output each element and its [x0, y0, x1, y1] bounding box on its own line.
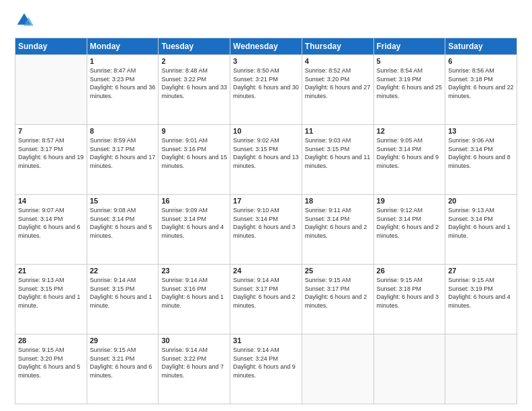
day-cell: 31Sunrise: 9:14 AMSunset: 3:24 PMDayligh…	[230, 334, 302, 404]
day-info: Sunrise: 9:10 AMSunset: 3:14 PMDaylight:…	[233, 206, 299, 240]
day-number: 15	[90, 197, 156, 205]
day-cell: 25Sunrise: 9:15 AMSunset: 3:17 PMDayligh…	[302, 265, 373, 334]
day-cell: 20Sunrise: 9:13 AMSunset: 3:14 PMDayligh…	[445, 195, 517, 265]
day-cell: 30Sunrise: 9:14 AMSunset: 3:22 PMDayligh…	[159, 334, 230, 404]
day-info: Sunrise: 9:15 AMSunset: 3:17 PMDaylight:…	[305, 276, 371, 310]
week-row-1: 7Sunrise: 8:57 AMSunset: 3:17 PMDaylight…	[15, 125, 517, 195]
day-number: 7	[18, 127, 84, 135]
day-number: 20	[448, 197, 514, 205]
day-number: 28	[18, 336, 84, 345]
day-number: 24	[233, 267, 299, 275]
day-number: 5	[377, 57, 443, 65]
week-row-4: 28Sunrise: 9:15 AMSunset: 3:20 PMDayligh…	[15, 334, 517, 404]
day-info: Sunrise: 9:06 AMSunset: 3:14 PMDaylight:…	[448, 136, 514, 170]
day-number: 19	[377, 197, 443, 205]
day-header-thursday: Thursday	[302, 38, 373, 55]
day-header-wednesday: Wednesday	[230, 38, 302, 55]
day-info: Sunrise: 8:59 AMSunset: 3:17 PMDaylight:…	[90, 136, 156, 170]
day-info: Sunrise: 9:12 AMSunset: 3:14 PMDaylight:…	[377, 206, 443, 240]
day-cell: 5Sunrise: 8:54 AMSunset: 3:19 PMDaylight…	[373, 55, 445, 125]
day-number: 22	[90, 267, 156, 275]
day-number: 4	[305, 57, 371, 65]
day-info: Sunrise: 9:14 AMSunset: 3:17 PMDaylight:…	[233, 276, 299, 310]
day-cell: 8Sunrise: 8:59 AMSunset: 3:17 PMDaylight…	[87, 125, 159, 195]
day-cell: 9Sunrise: 9:01 AMSunset: 3:16 PMDaylight…	[159, 125, 230, 195]
day-info: Sunrise: 8:57 AMSunset: 3:17 PMDaylight:…	[18, 136, 84, 170]
calendar-table: SundayMondayTuesdayWednesdayThursdayFrid…	[15, 38, 517, 404]
day-cell: 27Sunrise: 9:15 AMSunset: 3:19 PMDayligh…	[445, 265, 517, 334]
day-header-tuesday: Tuesday	[159, 38, 230, 55]
week-row-2: 14Sunrise: 9:07 AMSunset: 3:14 PMDayligh…	[15, 195, 517, 265]
day-number: 12	[377, 127, 443, 135]
day-info: Sunrise: 8:48 AMSunset: 3:22 PMDaylight:…	[161, 66, 227, 100]
day-number: 1	[90, 57, 156, 65]
day-cell: 2Sunrise: 8:48 AMSunset: 3:22 PMDaylight…	[159, 55, 230, 125]
day-cell: 13Sunrise: 9:06 AMSunset: 3:14 PMDayligh…	[445, 125, 517, 195]
day-info: Sunrise: 9:14 AMSunset: 3:24 PMDaylight:…	[233, 346, 299, 379]
day-cell: 18Sunrise: 9:11 AMSunset: 3:14 PMDayligh…	[302, 195, 373, 265]
day-cell: 16Sunrise: 9:09 AMSunset: 3:14 PMDayligh…	[159, 195, 230, 265]
day-cell: 7Sunrise: 8:57 AMSunset: 3:17 PMDaylight…	[15, 125, 87, 195]
day-info: Sunrise: 9:15 AMSunset: 3:19 PMDaylight:…	[448, 276, 514, 310]
day-number: 2	[161, 57, 227, 65]
day-info: Sunrise: 9:03 AMSunset: 3:15 PMDaylight:…	[305, 136, 371, 170]
page: SundayMondayTuesdayWednesdayThursdayFrid…	[0, 0, 532, 411]
day-info: Sunrise: 8:52 AMSunset: 3:20 PMDaylight:…	[305, 66, 371, 100]
day-cell: 23Sunrise: 9:14 AMSunset: 3:16 PMDayligh…	[159, 265, 230, 334]
day-info: Sunrise: 8:50 AMSunset: 3:21 PMDaylight:…	[233, 66, 299, 100]
week-row-3: 21Sunrise: 9:13 AMSunset: 3:15 PMDayligh…	[15, 265, 517, 334]
day-cell	[445, 334, 517, 404]
day-info: Sunrise: 9:15 AMSunset: 3:18 PMDaylight:…	[377, 276, 443, 310]
day-cell: 6Sunrise: 8:56 AMSunset: 3:18 PMDaylight…	[445, 55, 517, 125]
day-info: Sunrise: 9:02 AMSunset: 3:15 PMDaylight:…	[233, 136, 299, 170]
day-number: 26	[377, 267, 443, 275]
day-info: Sunrise: 9:05 AMSunset: 3:14 PMDaylight:…	[377, 136, 443, 170]
logo	[15, 12, 36, 31]
day-cell: 1Sunrise: 8:47 AMSunset: 3:23 PMDaylight…	[87, 55, 159, 125]
day-number: 29	[90, 336, 156, 345]
day-header-friday: Friday	[373, 38, 445, 55]
day-cell: 21Sunrise: 9:13 AMSunset: 3:15 PMDayligh…	[15, 265, 87, 334]
week-row-0: 1Sunrise: 8:47 AMSunset: 3:23 PMDaylight…	[15, 55, 517, 125]
day-number: 14	[18, 197, 84, 205]
day-cell: 26Sunrise: 9:15 AMSunset: 3:18 PMDayligh…	[373, 265, 445, 334]
day-cell	[373, 334, 445, 404]
day-number: 8	[90, 127, 156, 135]
day-header-sunday: Sunday	[15, 38, 87, 55]
day-info: Sunrise: 9:08 AMSunset: 3:14 PMDaylight:…	[90, 206, 156, 240]
day-info: Sunrise: 9:14 AMSunset: 3:22 PMDaylight:…	[161, 346, 227, 379]
day-number: 25	[305, 267, 371, 275]
day-number: 18	[305, 197, 371, 205]
day-header-monday: Monday	[87, 38, 159, 55]
day-header-saturday: Saturday	[445, 38, 517, 55]
day-info: Sunrise: 9:14 AMSunset: 3:16 PMDaylight:…	[161, 276, 227, 310]
day-info: Sunrise: 9:15 AMSunset: 3:20 PMDaylight:…	[18, 346, 84, 379]
day-cell: 29Sunrise: 9:15 AMSunset: 3:21 PMDayligh…	[87, 334, 159, 404]
day-cell: 12Sunrise: 9:05 AMSunset: 3:14 PMDayligh…	[373, 125, 445, 195]
day-number: 13	[448, 127, 514, 135]
day-info: Sunrise: 8:54 AMSunset: 3:19 PMDaylight:…	[377, 66, 443, 100]
day-cell: 19Sunrise: 9:12 AMSunset: 3:14 PMDayligh…	[373, 195, 445, 265]
day-info: Sunrise: 8:56 AMSunset: 3:18 PMDaylight:…	[448, 66, 514, 100]
day-cell: 28Sunrise: 9:15 AMSunset: 3:20 PMDayligh…	[15, 334, 87, 404]
day-cell: 17Sunrise: 9:10 AMSunset: 3:14 PMDayligh…	[230, 195, 302, 265]
day-number: 10	[233, 127, 299, 135]
day-number: 17	[233, 197, 299, 205]
day-number: 21	[18, 267, 84, 275]
day-info: Sunrise: 9:13 AMSunset: 3:14 PMDaylight:…	[448, 206, 514, 240]
logo-icon	[15, 12, 34, 31]
day-cell: 15Sunrise: 9:08 AMSunset: 3:14 PMDayligh…	[87, 195, 159, 265]
day-cell	[302, 334, 373, 404]
day-cell: 3Sunrise: 8:50 AMSunset: 3:21 PMDaylight…	[230, 55, 302, 125]
day-cell: 24Sunrise: 9:14 AMSunset: 3:17 PMDayligh…	[230, 265, 302, 334]
day-cell: 11Sunrise: 9:03 AMSunset: 3:15 PMDayligh…	[302, 125, 373, 195]
header	[15, 12, 517, 31]
day-number: 9	[161, 127, 227, 135]
day-cell: 10Sunrise: 9:02 AMSunset: 3:15 PMDayligh…	[230, 125, 302, 195]
day-number: 23	[161, 267, 227, 275]
day-info: Sunrise: 8:47 AMSunset: 3:23 PMDaylight:…	[90, 66, 156, 100]
day-number: 31	[233, 336, 299, 345]
day-info: Sunrise: 9:15 AMSunset: 3:21 PMDaylight:…	[90, 346, 156, 379]
day-number: 11	[305, 127, 371, 135]
day-number: 6	[448, 57, 514, 65]
